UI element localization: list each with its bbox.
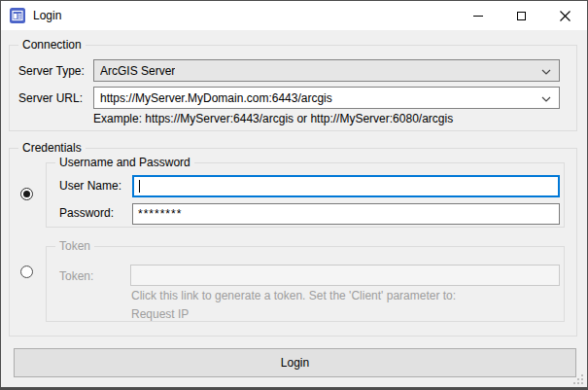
text-caret bbox=[139, 180, 140, 193]
window-title: Login bbox=[33, 9, 61, 22]
login-window: Login Connection Server Type: ArcGIS Ser… bbox=[0, 0, 588, 390]
server-url-combobox[interactable]: https://MyServer.MyDomain.com:6443/arcgi… bbox=[93, 87, 560, 109]
server-type-label: Server Type: bbox=[18, 64, 85, 78]
token-help-link[interactable]: Click this link to generate a token. Set… bbox=[131, 289, 456, 302]
minimize-icon bbox=[473, 16, 483, 17]
user-name-input[interactable] bbox=[134, 177, 558, 195]
server-type-value: ArcGIS Server bbox=[100, 64, 175, 78]
server-url-value: https://MyServer.MyDomain.com:6443/arcgi… bbox=[100, 91, 332, 105]
username-password-legend: Username and Password bbox=[55, 156, 194, 169]
titlebar[interactable]: Login bbox=[1, 1, 587, 30]
minimize-button[interactable] bbox=[456, 1, 500, 30]
connection-legend: Connection bbox=[18, 38, 86, 52]
password-input[interactable] bbox=[132, 203, 560, 225]
caption-buttons bbox=[456, 1, 587, 30]
user-name-label: User Name: bbox=[59, 179, 121, 193]
form-window-icon bbox=[10, 8, 25, 23]
server-url-label: Server URL: bbox=[18, 91, 83, 105]
request-ip-text: Request IP bbox=[131, 307, 189, 321]
maximize-button[interactable] bbox=[500, 1, 543, 30]
token-radio[interactable] bbox=[20, 266, 33, 278]
maximize-icon bbox=[517, 12, 526, 20]
password-label: Password: bbox=[59, 206, 114, 220]
close-icon bbox=[560, 11, 571, 21]
token-legend: Token bbox=[55, 239, 94, 253]
user-name-field-wrap bbox=[132, 175, 560, 197]
close-button[interactable] bbox=[543, 1, 587, 30]
server-type-dropdown[interactable]: ArcGIS Server bbox=[93, 59, 560, 82]
token-input[interactable] bbox=[130, 265, 560, 286]
chevron-down-icon bbox=[541, 96, 551, 102]
login-button[interactable]: Login bbox=[14, 348, 576, 377]
credentials-legend: Credentials bbox=[18, 141, 86, 155]
chevron-down-icon bbox=[541, 69, 551, 75]
username-password-radio[interactable] bbox=[20, 188, 33, 200]
radio-dot bbox=[23, 191, 30, 197]
resize-grip[interactable] bbox=[572, 373, 584, 385]
token-label: Token: bbox=[59, 269, 93, 283]
server-url-example-text: Example: https://MyServer:6443/arcgis or… bbox=[93, 112, 453, 125]
